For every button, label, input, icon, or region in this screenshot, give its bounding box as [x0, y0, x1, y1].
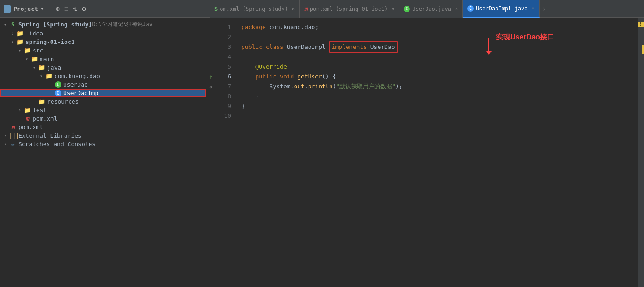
- kw-void: void: [280, 72, 297, 82]
- spring-root-path: D:\学习笔记\狂神说Jav: [92, 21, 152, 28]
- maven-pom-inner-icon: m: [23, 115, 31, 122]
- ext-libs-label: External Libraries: [18, 132, 82, 139]
- arrow-main: ▾: [23, 57, 30, 61]
- code-line-5: @Override: [241, 62, 631, 72]
- arrow-java: ▾: [30, 65, 38, 70]
- tree-item-spring01[interactable]: ▾ 📁 spring-01-ioc1: [0, 38, 206, 46]
- tab-spring-icon: S: [214, 6, 218, 12]
- tab-userdao-label: UserDao.java: [412, 6, 451, 12]
- line-numbers: 1 2 3 4 5 6 7 8 9 10: [215, 18, 235, 287]
- paren-2: (: [333, 82, 336, 91]
- folder-src-icon: 📁: [23, 47, 31, 54]
- tree-item-src[interactable]: ▾ 📁 src: [0, 46, 206, 55]
- structure-icon[interactable]: ≡: [64, 4, 69, 13]
- arrow-spring01: ▾: [9, 39, 16, 44]
- line-num-3: 3: [215, 42, 231, 52]
- test-label: test: [33, 107, 47, 113]
- implements-box: implements UserDao: [329, 41, 398, 53]
- code-line-2: [241, 32, 631, 42]
- tab-userdaoimpl[interactable]: C UserDaoImpl.java ×: [463, 0, 540, 18]
- tree-item-resources[interactable]: 📁 resources: [0, 97, 206, 106]
- fn-println: println: [308, 82, 333, 91]
- tab-spring-xml-label: om.xml (Spring study): [220, 6, 288, 12]
- tree-item-userdao[interactable]: I UserDao: [0, 80, 206, 89]
- tab-spring-xml[interactable]: S om.xml (Spring study) ×: [210, 0, 300, 18]
- tab-userdao[interactable]: I UserDao.java ×: [399, 0, 463, 18]
- package-label: com.kuang.dao: [54, 73, 100, 79]
- folder-java-icon: 📁: [38, 64, 46, 71]
- tab-pom1[interactable]: m pom.xml (spring-01-ioc1) ×: [300, 0, 399, 18]
- folder-idea-icon: 📁: [16, 30, 24, 37]
- tree-item-spring-root[interactable]: ▾ S Spring [Spring study] D:\学习笔记\狂神说Jav: [0, 20, 206, 29]
- tree-item-pom-root[interactable]: m pom.xml: [0, 123, 206, 131]
- title-bar-left: Project ▾ ⊕ ≡ ⇅ ⚙ −: [4, 4, 210, 13]
- kw-public-3: public: [241, 42, 266, 52]
- main-layout: ▾ S Spring [Spring study] D:\学习笔记\狂神说Jav…: [0, 18, 644, 287]
- tree-item-pom-inner[interactable]: m pom.xml: [0, 114, 206, 123]
- brace-close-9: }: [241, 101, 245, 111]
- tab-spring-xml-close[interactable]: ×: [292, 6, 295, 11]
- tree-item-ext-libs[interactable]: › ||| External Libraries: [0, 131, 206, 140]
- line-num-8: 8: [215, 91, 231, 101]
- code-line-7: System.out.println("默认获取用户的数据");: [241, 82, 631, 91]
- line-num-4: 4: [215, 52, 231, 62]
- code-line-8: }: [241, 91, 631, 101]
- settings-icon[interactable]: ⚙: [82, 4, 86, 13]
- tabs-scroll-right[interactable]: ›: [540, 0, 549, 18]
- editor-main: ↑ ◇ 1 2 3 4 5 6 7 8 9 10 package com.kua…: [206, 18, 644, 287]
- annotation-override: @Override: [241, 62, 287, 72]
- ext-libs-icon: |||: [9, 132, 17, 139]
- editor-area: ↑ ◇ 1 2 3 4 5 6 7 8 9 10 package com.kua…: [206, 18, 644, 287]
- gutter-6-bookmark[interactable]: ◇: [206, 82, 215, 91]
- sort-icon[interactable]: ⇅: [73, 4, 78, 13]
- cls-system: System: [241, 82, 291, 91]
- fn-getuser: getUser: [297, 72, 322, 82]
- gutter-6-up[interactable]: ↑: [206, 72, 215, 82]
- tab-userdaoimpl-label: UserDaoImpl.java: [476, 5, 528, 12]
- tree-item-idea[interactable]: › 📁 .idea: [0, 29, 206, 38]
- kw-public-6: public: [241, 72, 280, 82]
- code-line-6: public void getUser() {: [241, 72, 631, 82]
- gutter-2: [206, 32, 215, 42]
- tab-pom1-close[interactable]: ×: [392, 6, 394, 11]
- folder-test-icon: 📁: [23, 107, 31, 113]
- arrow-ext-libs: ›: [2, 133, 9, 138]
- sidebar: ▾ S Spring [Spring study] D:\学习笔记\狂神说Jav…: [0, 18, 206, 287]
- title-actions: ⊕ ≡ ⇅ ⚙ −: [55, 4, 95, 13]
- line-num-5: 5: [215, 62, 231, 72]
- code-line-1: package com.kuang.dao;: [241, 22, 631, 32]
- folder-java-label: java: [47, 64, 61, 71]
- tree-item-java[interactable]: ▾ 📁 java: [0, 63, 206, 72]
- line-num-9: 9: [215, 101, 231, 111]
- tab-userdaoimpl-close[interactable]: ×: [532, 6, 535, 11]
- arrow-test: ›: [16, 108, 23, 113]
- scratches-icon: ✏: [9, 141, 17, 148]
- code-editor[interactable]: package com.kuang.dao; public class User…: [235, 18, 638, 287]
- tree-item-main[interactable]: ▾ 📁 main: [0, 55, 206, 63]
- line-num-6: 6: [215, 72, 231, 82]
- tab-userdaoimpl-icon: C: [467, 5, 474, 12]
- tree-item-test[interactable]: › 📁 test: [0, 106, 206, 114]
- tree-item-scratches[interactable]: › ✏ Scratches and Consoles: [0, 140, 206, 148]
- arrow-spring-root: ▾: [2, 22, 9, 27]
- tab-userdao-close[interactable]: ×: [455, 6, 458, 11]
- class-userdaoimpl-icon: C: [54, 90, 62, 96]
- tab-pom1-label: pom.xml (spring-01-ioc1): [310, 6, 387, 12]
- sidebar-tree: ▾ S Spring [Spring study] D:\学习笔记\狂神说Jav…: [0, 18, 206, 287]
- error-indicator: !: [638, 22, 644, 27]
- add-icon[interactable]: ⊕: [55, 4, 60, 13]
- maven-pom-root-icon: m: [9, 124, 17, 130]
- editor-scroll-gutter: !: [638, 18, 644, 287]
- folder-spring01-label: spring-01-ioc1: [26, 39, 75, 45]
- userdaoimpl-label: UserDaoImpl: [63, 90, 102, 96]
- dot-2: .: [305, 82, 308, 91]
- pkg-name: com.kuang.dao: [270, 22, 315, 32]
- project-dropdown-icon[interactable]: ▾: [41, 6, 44, 12]
- tree-item-userdaoimpl[interactable]: C UserDaoImpl: [0, 89, 206, 97]
- scratches-label: Scratches and Consoles: [18, 141, 96, 148]
- code-line-4: [241, 52, 631, 62]
- tree-item-package[interactable]: ▾ 📁 com.kuang.dao: [0, 72, 206, 80]
- line-gutter-area: ↑ ◇: [206, 18, 215, 287]
- spring-root-label: Spring [Spring study]: [18, 21, 92, 28]
- minimize-icon[interactable]: −: [91, 4, 95, 13]
